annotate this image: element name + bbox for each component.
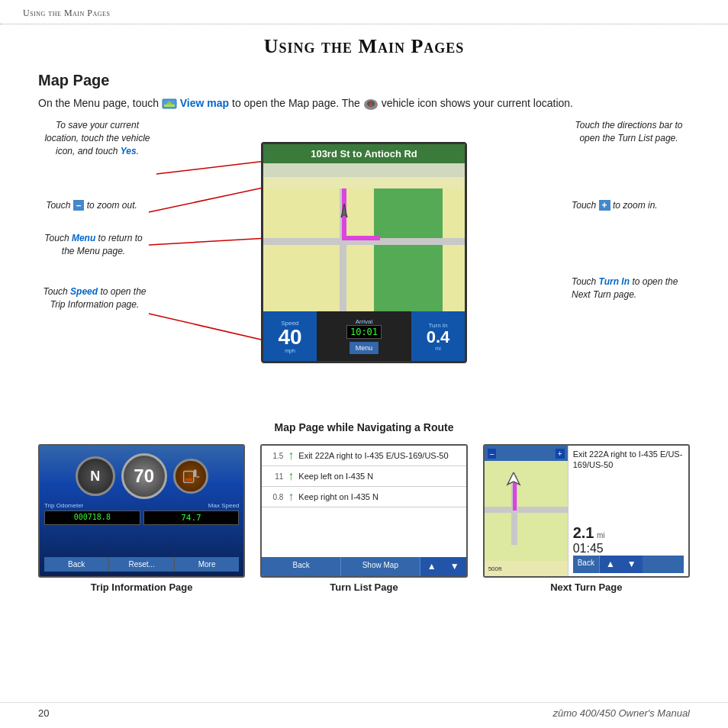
trip-row-labels: Trip Odometer Max Speed: [44, 502, 239, 509]
next-turn-dist: 2.1: [573, 524, 594, 541]
next-back-btn[interactable]: Back: [573, 556, 600, 573]
trip-reset-btn[interactable]: Reset...: [109, 557, 174, 572]
next-turn-info: Exit 222A right to I-435 E/US-169/US-50 …: [569, 446, 688, 576]
trip-screen-content: N 70: [40, 446, 243, 576]
page-title: Using the Main Pages: [38, 35, 690, 58]
map-speed-unit: mph: [285, 348, 295, 353]
svg-rect-16: [193, 470, 196, 477]
turn-list-screen-item: 1.5 ↑ Exit 222A right to I-435 E/US-169/…: [260, 444, 467, 593]
diagram-area: To save your current location, touch the…: [38, 119, 690, 417]
turn-text-1: Exit 222A right to I-435 E/US-169/US-50: [298, 450, 461, 461]
map-menu-button[interactable]: Menu: [350, 342, 379, 354]
turn-arrow-2: ↑: [288, 469, 294, 483]
manual-name: zūmo 400/450 Owner's Manual: [552, 707, 690, 719]
next-turn-dist-row: 2.1 mi: [573, 524, 684, 542]
trip-odo-display: 000718.8: [44, 511, 140, 525]
ann-turn-in: Touch Turn In to open the Next Turn page…: [572, 275, 690, 301]
screens-row: N 70: [38, 444, 690, 593]
trip-odo-label: Trip Odometer: [44, 502, 83, 509]
turn-item-1: 1.5 ↑ Exit 222A right to I-435 E/US-169/…: [262, 446, 465, 466]
ann-top-right: Touch the directions bar to open the Tur…: [568, 119, 690, 145]
ann-speed: Touch Speed to open the Trip Information…: [38, 285, 151, 311]
next-turn-time: 01:45: [573, 542, 684, 556]
trip-buttons: Back Reset... More: [44, 557, 239, 572]
trip-info-screen: N 70: [38, 444, 245, 578]
map-turnin-value: 0.4: [427, 329, 450, 346]
vehicle-icon: [363, 97, 378, 111]
turn-screen-content: 1.5 ↑ Exit 222A right to I-435 E/US-169/…: [262, 446, 465, 576]
page-number: 20: [38, 707, 49, 719]
turn-back-btn[interactable]: Back: [262, 557, 341, 576]
map-canvas: [263, 188, 465, 322]
next-down-btn[interactable]: ▼: [621, 556, 643, 573]
next-turn-desc: Exit 222A right to I-435 E/US-169/US-50: [573, 449, 684, 524]
trip-info-screen-item: N 70: [38, 444, 245, 593]
view-map-icon: [162, 97, 177, 111]
next-bottom-btns: Back ▲ ▼: [573, 556, 684, 573]
turn-down-btn[interactable]: ▼: [443, 557, 466, 576]
map-device: 103rd St to Antioch Rd – ANTIOCH RD +: [261, 142, 467, 363]
ann-menu: Touch Menu to return to the Menu page.: [38, 232, 149, 258]
svg-marker-18: [507, 472, 520, 485]
map-arrival-time: 10:01: [346, 325, 382, 339]
map-turnin-unit: mi: [435, 346, 440, 351]
map-arrival-box: Arrival 10:01 Menu: [317, 311, 411, 361]
ann-top-left: To save your current location, touch the…: [38, 119, 156, 157]
section-heading: Map Page: [38, 72, 690, 89]
svg-rect-15: [185, 478, 192, 482]
turn-dist-1: 1.5: [266, 452, 283, 460]
next-up-btn[interactable]: ▲: [600, 556, 621, 573]
compass-gauge: N: [76, 456, 115, 496]
next-screen-content: – +: [485, 446, 688, 576]
next-map-minus-btn[interactable]: –: [488, 449, 497, 459]
turn-item-3: 0.8 ↑ Keep right on I-435 N: [262, 487, 465, 507]
compass-n: N: [90, 469, 100, 485]
svg-marker-13: [341, 204, 347, 217]
trip-gauges: N 70: [76, 453, 208, 499]
diagram-caption: Map Page while Navigating a Route: [38, 421, 690, 433]
map-arrival-label: Arrival: [356, 318, 373, 325]
main-content: Using the Main Pages Map Page On the Men…: [0, 24, 728, 593]
ann-zoom-in: Touch + to zoom in.: [572, 199, 690, 212]
breadcrumb: Using the Main Pages: [0, 0, 728, 24]
svg-line-6: [156, 159, 279, 174]
turn-text-3: Keep right on I-435 N: [298, 491, 461, 502]
map-speed-box[interactable]: Speed 40 mph: [263, 311, 317, 361]
trip-caption: Trip Information Page: [91, 581, 193, 593]
turn-arrow-3: ↑: [288, 490, 294, 504]
svg-rect-2: [164, 105, 175, 107]
turn-buttons: Back Show Map ▲ ▼: [262, 557, 465, 576]
turn-dist-2: 11: [266, 472, 283, 481]
next-map-plus-btn[interactable]: +: [556, 449, 565, 459]
next-map-scale: 500ft: [488, 565, 502, 572]
next-caption: Next Turn Page: [550, 581, 622, 593]
breadcrumb-text: Using the Main Pages: [23, 8, 110, 18]
next-turn-screen: – +: [483, 444, 690, 578]
next-map-top-bar: – +: [485, 446, 568, 461]
fuel-gauge: [173, 459, 208, 494]
turn-up-btn[interactable]: ▲: [420, 557, 443, 576]
ann-zoom-out: Touch – to zoom out.: [38, 199, 145, 212]
trip-more-btn[interactable]: More: [175, 557, 239, 572]
turn-caption: Turn List Page: [330, 581, 398, 593]
page-footer: 20 zūmo 400/450 Owner's Manual: [0, 702, 728, 719]
turn-list-screen: 1.5 ↑ Exit 222A right to I-435 E/US-169/…: [260, 444, 467, 578]
map-turnin-box[interactable]: Turn In 0.4 mi: [411, 311, 465, 361]
speed-gauge-val: 70: [134, 465, 154, 487]
map-header-bar: 103rd St to Antioch Rd: [263, 144, 465, 163]
turn-show-map-btn[interactable]: Show Map: [341, 557, 420, 576]
intro-paragraph: On the Menu page, touch View map to open…: [38, 95, 690, 111]
map-speed-value: 40: [278, 327, 301, 348]
map-status-bar: Speed 40 mph Arrival 10:01 Menu Turn In …: [263, 311, 465, 361]
next-turn-map: – +: [485, 446, 569, 576]
turn-text-2: Keep left on I-435 N: [298, 471, 461, 482]
trip-displays: 000718.8 74.7: [44, 511, 239, 525]
next-turn-screen-item: – +: [483, 444, 690, 593]
speed-gauge: 70: [121, 453, 167, 499]
max-speed-display: 74.7: [143, 511, 240, 525]
trip-back-btn[interactable]: Back: [44, 557, 109, 572]
turn-item-2: 11 ↑ Keep left on I-435 N: [262, 466, 465, 487]
turn-arrow-1: ↑: [288, 449, 294, 462]
max-speed-label: Max Speed: [208, 502, 239, 509]
next-turn-dist-unit: mi: [597, 531, 605, 540]
